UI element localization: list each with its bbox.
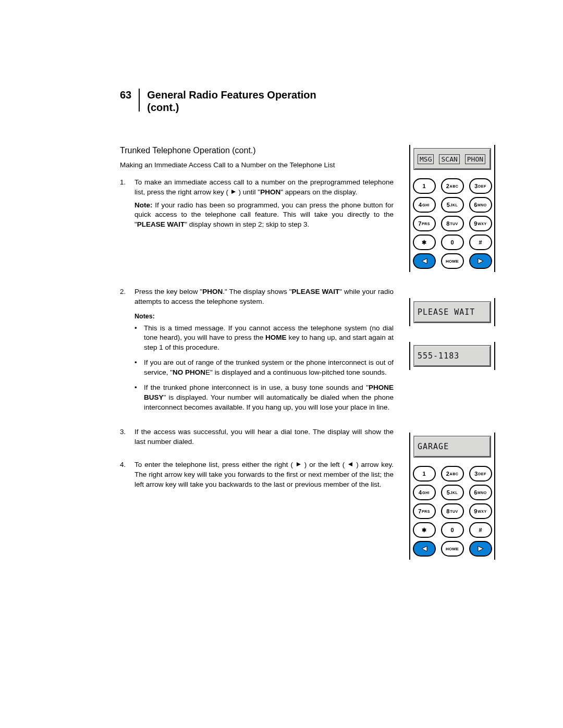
- key-6[interactable]: 6MNO: [469, 197, 492, 213]
- key-left-arrow[interactable]: [413, 541, 436, 557]
- right-arrow-icon: [296, 460, 302, 470]
- key-9[interactable]: 9WXY: [469, 503, 492, 519]
- key-5[interactable]: 5JKL: [441, 197, 464, 213]
- radio-device-1: MSG SCAN PHON 1 2ABC 3DEF 4GHI 5JKL 6MNO…: [409, 145, 495, 272]
- key-9[interactable]: 9WXY: [469, 216, 492, 231]
- key-1[interactable]: 1: [413, 178, 436, 194]
- lcd-display-1: MSG SCAN PHON: [413, 148, 491, 170]
- key-7[interactable]: 7PRS: [413, 216, 436, 231]
- key-home[interactable]: HOME: [441, 541, 464, 557]
- illustration-column: MSG SCAN PHON 1 2ABC 3DEF 4GHI 5JKL 6MNO…: [409, 145, 495, 575]
- step-2: 2. Press the key below "PHON." The displ…: [120, 287, 394, 419]
- manual-page: 63 General Radio Features Operation (con…: [0, 0, 563, 617]
- note-3: •If the trunked phone interconnect is in…: [134, 383, 394, 413]
- key-8[interactable]: 8TUV: [441, 503, 464, 519]
- lcd-garage: GARAGE: [413, 436, 491, 458]
- radio-device-4: GARAGE 1 2ABC 3DEF 4GHI 5JKL 6MNO 7PRS 8…: [409, 433, 495, 560]
- page-title: General Radio Features Operation (cont.): [140, 89, 316, 114]
- note-1: •This is a timed message. If you cannot …: [134, 324, 394, 353]
- key-7[interactable]: 7PRS: [413, 503, 436, 519]
- key-hash[interactable]: #: [469, 522, 492, 538]
- key-2[interactable]: 2ABC: [441, 178, 464, 194]
- svg-marker-2: [348, 462, 352, 466]
- key-star[interactable]: ✱: [413, 235, 436, 250]
- svg-marker-6: [478, 546, 483, 551]
- text-column: Trunked Telephone Operation (cont.) Maki…: [120, 145, 394, 575]
- right-arrow-icon: [230, 188, 237, 198]
- key-3[interactable]: 3DEF: [469, 178, 492, 194]
- page-number: 63: [120, 89, 140, 112]
- key-star[interactable]: ✱: [413, 522, 436, 538]
- keypad-2: 1 2ABC 3DEF 4GHI 5JKL 6MNO 7PRS 8TUV 9WX…: [413, 466, 491, 557]
- note-2: •If you are out of range of the trunked …: [134, 358, 394, 378]
- key-5[interactable]: 5JKL: [441, 485, 464, 500]
- key-0[interactable]: 0: [441, 235, 464, 250]
- lcd-please-wait: PLEASE WAIT: [413, 301, 491, 323]
- key-3[interactable]: 3DEF: [469, 466, 492, 482]
- key-left-arrow[interactable]: [413, 253, 436, 269]
- key-6[interactable]: 6MNO: [469, 485, 492, 500]
- page-header: 63 General Radio Features Operation (con…: [120, 89, 495, 114]
- step-4: 4. To enter the telephone list, press ei…: [120, 460, 394, 490]
- intro-text: Making an Immediate Access Call to a Num…: [120, 161, 394, 170]
- key-0[interactable]: 0: [441, 522, 464, 538]
- radio-display-3: 555-1183: [409, 342, 495, 370]
- key-2[interactable]: 2ABC: [441, 466, 464, 482]
- key-right-arrow[interactable]: [469, 253, 492, 269]
- lcd-number: 555-1183: [413, 345, 491, 367]
- radio-display-2: PLEASE WAIT: [409, 298, 495, 326]
- svg-marker-5: [422, 546, 427, 551]
- key-1[interactable]: 1: [413, 466, 436, 482]
- key-8[interactable]: 8TUV: [441, 216, 464, 231]
- keypad-1: 1 2ABC 3DEF 4GHI 5JKL 6MNO 7PRS 8TUV 9WX…: [413, 178, 491, 269]
- left-arrow-icon: [347, 460, 353, 470]
- key-4[interactable]: 4GHI: [413, 485, 436, 500]
- step-3: 3. If the access was successful, you wil…: [120, 427, 394, 447]
- key-home[interactable]: HOME: [441, 253, 464, 269]
- subsection-title: Trunked Telephone Operation (cont.): [120, 145, 394, 156]
- svg-marker-4: [478, 258, 483, 264]
- key-4[interactable]: 4GHI: [413, 197, 436, 213]
- svg-marker-0: [231, 190, 236, 194]
- svg-marker-3: [422, 258, 427, 264]
- key-right-arrow[interactable]: [469, 541, 492, 557]
- notes-label: Notes:: [134, 312, 394, 322]
- svg-marker-1: [297, 462, 301, 466]
- key-hash[interactable]: #: [469, 235, 492, 250]
- step-1: 1. To make an immediate access call to a…: [120, 178, 394, 230]
